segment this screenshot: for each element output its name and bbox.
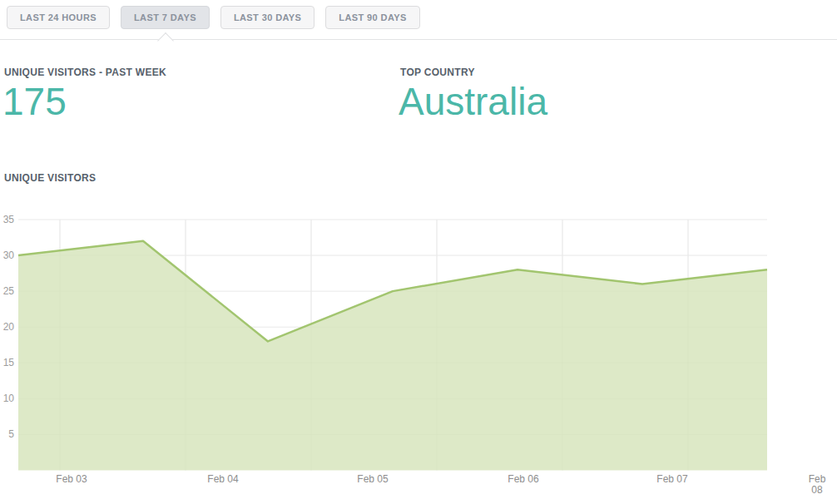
- unique-visitors-area-chart: [0, 0, 837, 504]
- x-tick-label: Feb 06: [497, 474, 550, 485]
- y-tick-label: 20: [0, 320, 14, 334]
- y-tick-label: 15: [0, 356, 14, 369]
- area-fill: [18, 241, 767, 471]
- x-tick-label: Feb 05: [346, 474, 399, 485]
- x-tick-label: Feb 04: [196, 474, 250, 485]
- y-tick-label: 35: [0, 213, 14, 226]
- y-tick-label: 5: [0, 427, 14, 441]
- x-tick-label: Feb 03: [45, 474, 98, 485]
- x-tick-label: Feb 08: [804, 474, 830, 496]
- x-tick-label: Feb 07: [646, 474, 699, 485]
- y-tick-label: 30: [0, 249, 14, 262]
- y-tick-label: 10: [0, 392, 14, 405]
- y-tick-label: 25: [0, 284, 14, 298]
- analytics-dashboard: LAST 24 HOURSLAST 7 DAYSLAST 30 DAYSLAST…: [0, 0, 837, 504]
